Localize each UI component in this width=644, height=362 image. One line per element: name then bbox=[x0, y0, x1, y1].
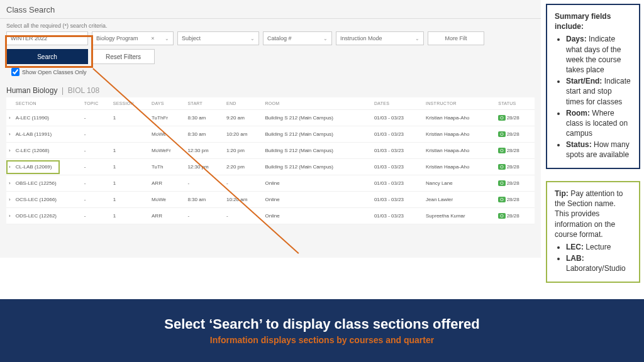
class-search-panel: Class Search Select all the required (*)… bbox=[0, 0, 541, 258]
results-header: Human Biology | BIOL 108 bbox=[0, 80, 541, 97]
show-open-checkbox-row: Show Open Classes Only bbox=[0, 68, 541, 80]
show-open-checkbox[interactable] bbox=[11, 68, 19, 76]
cell-room: Online bbox=[263, 175, 372, 192]
status-badge: O bbox=[498, 115, 505, 121]
cell-dates: 01/03 - 03/23 bbox=[372, 159, 423, 175]
expand-icon[interactable]: › bbox=[6, 159, 13, 175]
table-row[interactable]: ›ODS-LEC (12262)-1ARR--Online01/03 - 03/… bbox=[6, 208, 535, 224]
expand-icon[interactable]: › bbox=[6, 175, 13, 192]
cell-topic: - bbox=[82, 143, 111, 159]
summary-item: Start/End: Indicate start and stop times… bbox=[566, 76, 631, 107]
subject-value: Subject bbox=[182, 35, 201, 41]
mode-select[interactable]: Instruction Mode ⌄ bbox=[336, 31, 424, 45]
cell-days: ARR bbox=[149, 175, 185, 192]
show-open-label: Show Open Classes Only bbox=[22, 69, 87, 75]
summary-item: Room: Where class is located on campus bbox=[566, 108, 631, 139]
cell-room: Building S 212 (Main Campus) bbox=[263, 143, 372, 159]
col-dates: DATES bbox=[372, 97, 423, 110]
tip-item: LAB: Laboratory/Studio bbox=[566, 253, 631, 273]
cell-room: Building S 212 (Main Campus) bbox=[263, 126, 372, 143]
cell-session: 1 bbox=[111, 208, 149, 224]
cell-end: 10:20 am bbox=[224, 126, 263, 143]
section-link[interactable]: ODS-LEC (12262) bbox=[13, 208, 82, 224]
section-link[interactable]: OBS-LEC (12256) bbox=[13, 175, 82, 192]
expand-icon[interactable]: › bbox=[6, 143, 13, 159]
cell-start: - bbox=[185, 208, 224, 224]
subject-select[interactable]: Subject ⌄ bbox=[177, 31, 259, 45]
col-topic: TOPIC bbox=[82, 97, 111, 110]
section-link[interactable]: C-LEC (12068) bbox=[13, 143, 82, 159]
cell-end: 9:20 am bbox=[224, 110, 263, 126]
cell-end: 1:20 pm bbox=[224, 143, 263, 159]
footer-subline: Information displays sections by courses… bbox=[0, 335, 644, 345]
expand-icon[interactable]: › bbox=[6, 110, 13, 126]
cell-instructor: Kristian Haapa-Aho bbox=[423, 143, 496, 159]
cell-end: 10:20 am bbox=[224, 192, 263, 208]
section-link[interactable]: AL-LAB (11991) bbox=[13, 126, 82, 143]
cell-dates: 01/03 - 03/23 bbox=[372, 110, 423, 126]
chevron-down-icon: ⌄ bbox=[165, 36, 169, 41]
table-row[interactable]: ›AL-LAB (11991)-MoWe8:30 am10:20 amBuild… bbox=[6, 126, 535, 143]
status-badge: O bbox=[498, 148, 505, 153]
section-link[interactable]: CL-LAB (12069) bbox=[13, 159, 82, 175]
page-subtitle: Select all the required (*) search crite… bbox=[0, 19, 541, 29]
cell-start: 8:30 am bbox=[185, 110, 224, 126]
cell-dates: 01/03 - 03/23 bbox=[372, 175, 423, 192]
tip-item: LEC: Lecture bbox=[566, 242, 631, 252]
cell-room: Online bbox=[263, 192, 372, 208]
cell-instructor: Jean Lawler bbox=[423, 192, 496, 208]
cell-instructor: Supreetha Kumar bbox=[423, 208, 496, 224]
cell-start: 8:30 am bbox=[185, 192, 224, 208]
section-link[interactable]: A-LEC (11990) bbox=[13, 110, 82, 126]
cell-status: O28/28 bbox=[496, 159, 535, 175]
cell-status: O28/28 bbox=[496, 143, 535, 159]
expand-icon[interactable]: › bbox=[6, 126, 13, 143]
tip-info-box: Tip: Pay attention to the Section name. … bbox=[546, 181, 640, 283]
search-button[interactable]: Search bbox=[6, 49, 88, 64]
status-badge: O bbox=[498, 131, 505, 137]
table-row[interactable]: ›CL-LAB (12069)-1TuTh12:30 pm2:20 pmBuil… bbox=[6, 159, 535, 175]
col-room: ROOM bbox=[263, 97, 372, 110]
cell-session: 1 bbox=[111, 143, 149, 159]
term-select[interactable]: WINTER 2022 bbox=[6, 31, 88, 45]
clear-org-icon[interactable]: × bbox=[151, 35, 154, 41]
table-row[interactable]: ›C-LEC (12068)-1MoWeFr12:30 pm1:20 pmBui… bbox=[6, 143, 535, 159]
expand-icon[interactable]: › bbox=[6, 208, 13, 224]
expand-icon[interactable]: › bbox=[6, 192, 13, 208]
table-row[interactable]: ›OBS-LEC (12256)-1ARR--Online01/03 - 03/… bbox=[6, 175, 535, 192]
col-section: SECTION bbox=[13, 97, 82, 110]
cell-room: Online bbox=[263, 208, 372, 224]
summary-item: Status: How many spots are available bbox=[566, 140, 631, 160]
cell-dates: 01/03 - 03/23 bbox=[372, 208, 423, 224]
cell-room: Building S 212 (Main Campus) bbox=[263, 110, 372, 126]
section-link[interactable]: OCS-LEC (12066) bbox=[13, 192, 82, 208]
cell-days: MoWeFr bbox=[149, 143, 185, 159]
cell-topic: - bbox=[82, 208, 111, 224]
course-name: Human Biology bbox=[6, 86, 57, 95]
cell-end: 2:20 pm bbox=[224, 159, 263, 175]
cell-topic: - bbox=[82, 159, 111, 175]
cell-topic: - bbox=[82, 192, 111, 208]
tip-title: Tip: bbox=[555, 189, 569, 198]
status-badge: O bbox=[498, 180, 505, 186]
cell-instructor: Kristian Haapa-Aho bbox=[423, 126, 496, 143]
reset-filters-button[interactable]: Reset Filters bbox=[92, 49, 155, 64]
cell-topic: - bbox=[82, 110, 111, 126]
cell-start: - bbox=[185, 175, 224, 192]
cell-days: TuTh bbox=[149, 159, 185, 175]
summary-info-box: Summary fields include: Days: Indicate w… bbox=[546, 4, 640, 169]
chevron-down-icon: ⌄ bbox=[323, 36, 328, 41]
catalog-value: Catalog # bbox=[267, 35, 292, 41]
table-header-row: SECTION TOPIC SESSION DAYS START END ROO… bbox=[6, 97, 535, 110]
catalog-select[interactable]: Catalog # ⌄ bbox=[263, 31, 332, 45]
cell-status: O28/28 bbox=[496, 175, 535, 192]
status-badge: O bbox=[498, 164, 505, 170]
chevron-down-icon: ⌄ bbox=[415, 36, 419, 41]
cell-dates: 01/03 - 03/23 bbox=[372, 192, 423, 208]
page-title: Class Search bbox=[0, 0, 541, 19]
cell-status: O28/28 bbox=[496, 192, 535, 208]
more-filters-button[interactable]: More Filt bbox=[428, 31, 484, 45]
table-row[interactable]: ›A-LEC (11990)-1TuThFr8:30 am9:20 amBuil… bbox=[6, 110, 535, 126]
org-select[interactable]: Biology Program × ⌄ bbox=[92, 31, 174, 45]
table-row[interactable]: ›OCS-LEC (12066)-1MoWe8:30 am10:20 amOnl… bbox=[6, 192, 535, 208]
